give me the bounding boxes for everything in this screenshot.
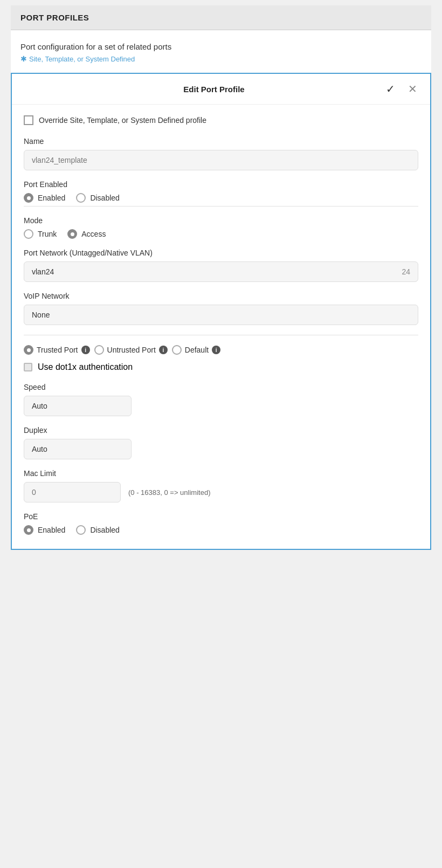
mode-label: Mode — [24, 216, 418, 225]
divider-1 — [24, 206, 418, 206]
speed-value: Auto — [32, 402, 47, 410]
edit-panel-body: Override Site, Template, or System Defin… — [12, 105, 430, 549]
override-checkbox[interactable] — [24, 115, 33, 125]
star-icon: ✱ — [20, 54, 27, 63]
poe-group: Enabled Disabled — [24, 525, 418, 535]
edit-panel-header: Edit Port Profile ✓ ✕ — [12, 74, 430, 105]
edit-panel: Edit Port Profile ✓ ✕ Override Site, Tem… — [11, 73, 431, 550]
poe-enabled-radio[interactable] — [24, 525, 33, 535]
mac-limit-hint: (0 - 16383, 0 => unlimited) — [128, 488, 210, 497]
speed-label: Speed — [24, 383, 418, 391]
port-network-value: vlan24 — [32, 267, 54, 276]
trunk-option[interactable]: Trunk — [24, 229, 57, 239]
dot1x-row: Use dot1x authentication — [24, 362, 418, 372]
trusted-radio[interactable] — [24, 345, 33, 355]
default-label: Default — [185, 346, 209, 354]
name-label: Name — [24, 137, 418, 146]
trunk-radio[interactable] — [24, 229, 33, 239]
duplex-label: Duplex — [24, 426, 418, 435]
site-note: ✱ Site, Template, or System Defined — [20, 54, 422, 63]
poe-disabled-label: Disabled — [90, 526, 119, 534]
trusted-info-icon[interactable]: i — [81, 346, 90, 354]
enabled-radio[interactable] — [24, 193, 33, 203]
poe-disabled-radio[interactable] — [76, 525, 86, 535]
disabled-radio[interactable] — [76, 193, 86, 203]
enabled-label: Enabled — [38, 194, 65, 202]
close-button[interactable]: ✕ — [406, 81, 419, 97]
untrusted-port-option[interactable]: Untrusted Port i — [94, 345, 168, 355]
edit-panel-actions: ✓ ✕ — [384, 81, 419, 97]
port-profiles-title: PORT PROFILES — [20, 13, 89, 22]
mac-limit-label: Mac Limit — [24, 469, 418, 478]
untrusted-port-label: Untrusted Port — [107, 346, 156, 354]
poe-disabled-option[interactable]: Disabled — [76, 525, 119, 535]
default-info-icon[interactable]: i — [212, 346, 220, 354]
edit-panel-title: Edit Port Profile — [44, 85, 384, 94]
override-label: Override Site, Template, or System Defin… — [39, 116, 206, 125]
port-enabled-option[interactable]: Enabled — [24, 193, 65, 203]
divider-2 — [24, 335, 418, 335]
confirm-button[interactable]: ✓ — [384, 81, 397, 97]
trust-row: Trusted Port i Untrusted Port i Default … — [24, 345, 418, 355]
voip-dropdown[interactable]: None — [24, 305, 418, 325]
voip-value: None — [32, 311, 50, 319]
dot1x-checkbox[interactable] — [24, 363, 32, 371]
default-option[interactable]: Default i — [172, 345, 220, 355]
mac-limit-input[interactable] — [24, 482, 121, 502]
access-label: Access — [81, 230, 106, 238]
untrusted-info-icon[interactable]: i — [159, 346, 168, 354]
trusted-port-label: Trusted Port — [37, 346, 78, 354]
duplex-value: Auto — [32, 445, 47, 453]
mode-group: Trunk Access — [24, 229, 418, 239]
port-network-id: 24 — [402, 267, 410, 276]
poe-label: PoE — [24, 512, 418, 521]
access-option[interactable]: Access — [67, 229, 106, 239]
port-network-label: Port Network (Untagged/Native VLAN) — [24, 249, 418, 257]
untrusted-radio[interactable] — [94, 345, 104, 355]
duplex-dropdown[interactable]: Auto — [24, 439, 132, 459]
trusted-port-option[interactable]: Trusted Port i — [24, 345, 90, 355]
disabled-label: Disabled — [90, 194, 119, 202]
port-enabled-label: Port Enabled — [24, 180, 418, 189]
dot1x-label: Use dot1x authentication — [38, 362, 133, 372]
name-input[interactable] — [24, 150, 418, 170]
trunk-label: Trunk — [38, 230, 57, 238]
speed-dropdown[interactable]: Auto — [24, 396, 132, 416]
mac-limit-row: (0 - 16383, 0 => unlimited) — [24, 482, 418, 502]
poe-enabled-option[interactable]: Enabled — [24, 525, 65, 535]
port-disabled-option[interactable]: Disabled — [76, 193, 119, 203]
voip-label: VoIP Network — [24, 292, 418, 300]
poe-section: PoE Enabled Disabled — [24, 512, 418, 535]
default-radio[interactable] — [172, 345, 182, 355]
poe-enabled-label: Enabled — [38, 526, 65, 534]
override-row: Override Site, Template, or System Defin… — [24, 115, 418, 125]
page-wrapper: PORT PROFILES Port configuration for a s… — [11, 0, 431, 550]
port-profiles-header: PORT PROFILES — [11, 5, 431, 30]
port-network-dropdown[interactable]: vlan24 24 — [24, 261, 418, 282]
port-enabled-group: Enabled Disabled — [24, 193, 418, 203]
description-main: Port configuration for a set of related … — [20, 42, 422, 51]
access-radio[interactable] — [67, 229, 77, 239]
description-sub: Site, Template, or System Defined — [29, 55, 135, 63]
top-description: Port configuration for a set of related … — [11, 30, 431, 73]
